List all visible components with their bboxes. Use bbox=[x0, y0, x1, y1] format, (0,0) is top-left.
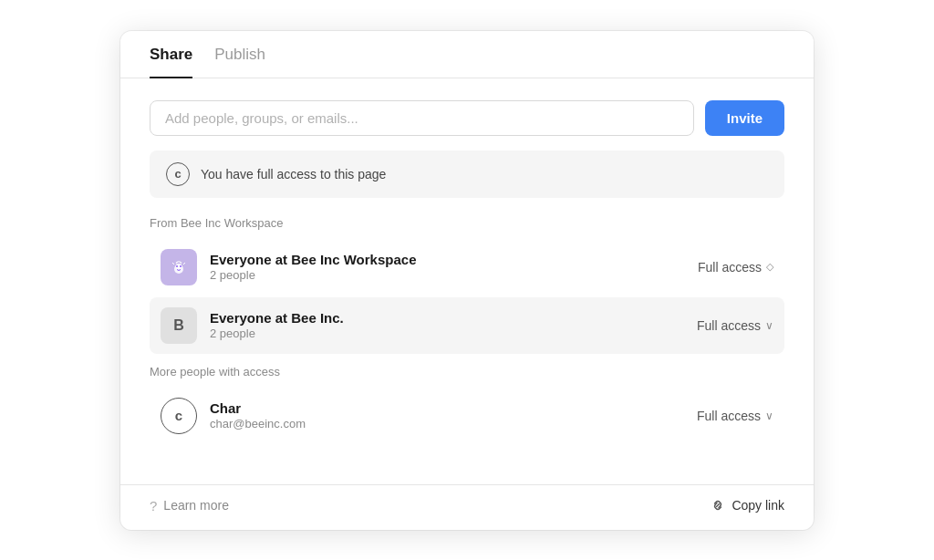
help-circle-icon: ? bbox=[150, 498, 157, 513]
invite-button[interactable]: Invite bbox=[705, 100, 784, 136]
share-content: Invite c You have full access to this pa… bbox=[120, 78, 814, 470]
workspace-member-list: Everyone at Bee Inc Workspace 2 people F… bbox=[150, 239, 784, 354]
svg-line-5 bbox=[183, 263, 185, 264]
invite-row: Invite bbox=[150, 100, 784, 136]
member-access-dropdown[interactable]: Full access ∨ bbox=[697, 318, 773, 333]
svg-point-3 bbox=[180, 265, 182, 267]
copy-link-button[interactable]: Copy link bbox=[711, 498, 784, 513]
access-label: Full access bbox=[697, 318, 761, 333]
more-people-label: More people with access bbox=[150, 365, 784, 379]
share-dialog: Share Publish Invite c You have full acc… bbox=[120, 31, 814, 530]
from-workspace-label: From Bee Inc Workspace bbox=[150, 216, 784, 230]
more-people-list: c Char char@beeinc.com Full access ∨ bbox=[150, 388, 784, 444]
member-info: Everyone at Bee Inc. 2 people bbox=[210, 310, 684, 340]
avatar-bee bbox=[161, 249, 197, 285]
chevron-down-icon: ∨ bbox=[765, 410, 773, 422]
member-name: Everyone at Bee Inc Workspace bbox=[210, 252, 685, 267]
member-row: Everyone at Bee Inc Workspace 2 people F… bbox=[150, 239, 784, 296]
member-access-dropdown[interactable]: Full access ◇ bbox=[698, 260, 773, 275]
chevron-down-icon: ∨ bbox=[765, 319, 773, 332]
member-sub: 2 people bbox=[210, 327, 684, 340]
member-row: c Char char@beeinc.com Full access ∨ bbox=[150, 388, 784, 444]
full-access-banner: c You have full access to this page bbox=[150, 150, 784, 198]
invite-input[interactable] bbox=[150, 100, 694, 136]
access-label: Full access bbox=[698, 260, 762, 275]
diamond-icon: ◇ bbox=[766, 261, 773, 273]
banner-c-icon: c bbox=[166, 162, 190, 186]
dialog-footer: ? Learn more Copy link bbox=[120, 485, 814, 530]
tab-share[interactable]: Share bbox=[150, 46, 192, 78]
member-row: B Everyone at Bee Inc. 2 people Full acc… bbox=[150, 297, 784, 354]
banner-text: You have full access to this page bbox=[201, 167, 386, 181]
avatar-b: B bbox=[161, 307, 197, 344]
tab-bar: Share Publish bbox=[120, 31, 814, 78]
member-sub: char@beeinc.com bbox=[210, 417, 684, 430]
link-icon bbox=[711, 498, 725, 513]
learn-more-label: Learn more bbox=[163, 498, 229, 513]
more-people-section: More people with access c Char char@beei… bbox=[150, 365, 784, 444]
svg-line-4 bbox=[172, 263, 174, 264]
access-label: Full access bbox=[697, 409, 761, 423]
tab-publish[interactable]: Publish bbox=[214, 46, 265, 78]
member-info: Char char@beeinc.com bbox=[210, 400, 684, 430]
copy-link-label: Copy link bbox=[732, 498, 784, 513]
member-sub: 2 people bbox=[210, 268, 685, 282]
member-info: Everyone at Bee Inc Workspace 2 people bbox=[210, 252, 685, 282]
avatar-char: c bbox=[161, 398, 197, 434]
learn-more-link[interactable]: ? Learn more bbox=[150, 498, 229, 513]
member-access-dropdown[interactable]: Full access ∨ bbox=[697, 409, 773, 423]
member-name: Char bbox=[210, 400, 684, 416]
member-name: Everyone at Bee Inc. bbox=[210, 310, 684, 326]
svg-point-2 bbox=[176, 265, 178, 267]
